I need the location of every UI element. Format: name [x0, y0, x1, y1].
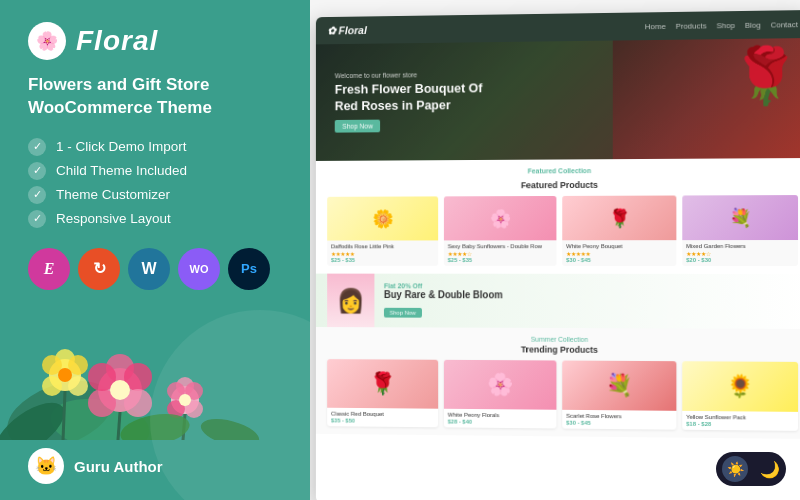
preview-logo: ✿ Floral: [327, 24, 367, 37]
hero-subtitle: Welcome to our flower store: [335, 70, 487, 79]
product-info-3: White Peony Bouquet ★★★★★ $30 - $45: [562, 240, 676, 266]
trending-card-4: 🌻 Yellow Sunflower Pack $18 - $28: [682, 361, 798, 431]
product-price-4: $20 - $30: [686, 257, 794, 263]
svg-point-16: [58, 368, 72, 382]
trending-sub-label: Summer Collection: [327, 335, 798, 344]
trending-title: Trending Products: [327, 344, 798, 356]
nav-products: Products: [676, 21, 707, 30]
features-list: ✓ 1 - Click Demo Import ✓ Child Theme In…: [28, 138, 282, 228]
moon-toggle: 🌙: [760, 460, 780, 479]
product-card-2: 🌸 Sexy Baby Sunflowers - Double Row ★★★★…: [444, 196, 557, 266]
banner-button[interactable]: Shop Now: [384, 308, 422, 318]
svg-line-25: [63, 391, 65, 440]
product-img-3: 🌹: [562, 196, 676, 241]
product-stars-3: ★★★★★: [566, 250, 672, 257]
svg-point-23: [179, 394, 191, 406]
update-icon: ↻: [78, 248, 120, 290]
check-icon-3: ✓: [28, 186, 46, 204]
trending-img-4: 🌻: [682, 361, 798, 412]
woocommerce-icon: WO: [178, 248, 220, 290]
trending-card-1: 🌹 Classic Red Bouquet $35 - $50: [327, 359, 438, 427]
svg-point-15: [42, 355, 62, 375]
hero-content: Welcome to our flower store Fresh Flower…: [316, 58, 506, 145]
trending-info-1: Classic Red Bouquet $35 - $50: [327, 408, 438, 428]
nav-contact: Contact: [771, 20, 798, 29]
preview-container: ✿ Floral Home Products Shop Blog Contact…: [316, 10, 800, 500]
trending-card-2: 🌸 White Peony Florals $28 - $40: [444, 360, 557, 429]
svg-point-5: [124, 363, 152, 391]
dark-mode-toggle[interactable]: ☀️ 🌙: [716, 452, 786, 486]
trending-products-grid: 🌹 Classic Red Bouquet $35 - $50 🌸 White …: [327, 359, 798, 431]
check-icon-2: ✓: [28, 162, 46, 180]
banner-text: Flat 20% Off Buy Rare & Double Bloom Sho…: [384, 283, 798, 321]
svg-point-11: [55, 349, 75, 369]
svg-point-1: [46, 392, 153, 440]
svg-point-10: [49, 359, 81, 391]
tech-icons-row: E ↻ W WO Ps: [28, 248, 282, 290]
product-price-3: $30 - $45: [566, 257, 672, 263]
trending-price-3: $30 - $45: [566, 420, 672, 427]
svg-point-17: [171, 386, 199, 414]
product-card-4: 💐 Mixed Garden Flowers ★★★★☆ $20 - $30: [682, 195, 798, 266]
nav-blog: Blog: [745, 20, 761, 29]
elementor-icon: E: [28, 248, 70, 290]
trending-section: Summer Collection Trending Products 🌹 Cl…: [316, 327, 800, 439]
trending-info-4: Yellow Sunflower Pack $18 - $28: [682, 411, 798, 431]
nav-shop: Shop: [716, 21, 734, 30]
wordpress-icon: W: [128, 248, 170, 290]
right-panel: ✿ Floral Home Products Shop Blog Contact…: [310, 0, 800, 500]
product-img-4: 💐: [682, 195, 798, 240]
logo-row: 🌸 Floral: [28, 22, 282, 60]
svg-point-22: [167, 382, 185, 400]
tagline: Flowers and Gift Store WooCommerce Theme: [28, 74, 282, 120]
svg-point-20: [185, 400, 203, 418]
svg-point-21: [167, 400, 185, 418]
product-info-4: Mixed Garden Flowers ★★★★☆ $20 - $30: [682, 240, 798, 266]
preview-hero: 🌹 Welcome to our flower store Fresh Flow…: [316, 38, 800, 161]
product-stars-4: ★★★★☆: [686, 250, 794, 257]
product-price-2: $25 - $35: [448, 257, 553, 263]
nav-home: Home: [645, 22, 666, 31]
hero-shop-button[interactable]: Shop Now: [335, 120, 381, 133]
trending-card-3: 💐 Scarlet Rose Flowers $30 - $45: [562, 361, 676, 430]
check-icon-4: ✓: [28, 210, 46, 228]
trending-img-1: 🌹: [327, 359, 438, 409]
svg-point-27: [118, 409, 192, 440]
banner-title: Buy Rare & Double Bloom: [384, 289, 798, 302]
svg-point-0: [0, 368, 122, 440]
svg-point-7: [88, 389, 116, 417]
product-stars-2: ★★★★☆: [448, 250, 553, 257]
guru-badge-icon: 🐱: [28, 448, 64, 484]
feature-item-3: ✓ Theme Customizer: [28, 186, 282, 204]
svg-line-24: [118, 412, 120, 440]
product-name-3: White Peony Bouquet: [566, 243, 672, 250]
sun-toggle: ☀️: [722, 456, 748, 482]
guru-label: Guru Author: [74, 458, 163, 475]
svg-point-19: [185, 382, 203, 400]
svg-point-28: [198, 414, 262, 440]
trending-info-3: Scarlet Rose Flowers $30 - $45: [562, 410, 676, 430]
svg-point-14: [42, 376, 62, 396]
trending-price-2: $28 - $40: [448, 419, 553, 426]
product-name-1: Daffodils Rose Little Pink: [331, 243, 434, 250]
feature-item-1: ✓ 1 - Click Demo Import: [28, 138, 282, 156]
photoshop-icon: Ps: [228, 248, 270, 290]
svg-line-26: [183, 414, 185, 440]
hero-title: Fresh Flower Bouquet Of Red Roses in Pap…: [335, 80, 487, 114]
trending-img-2: 🌸: [444, 360, 557, 410]
product-name-2: Sexy Baby Sunflowers - Double Row: [448, 243, 553, 250]
banner-image: 👩: [327, 274, 374, 328]
product-card-1: 🌼 Daffodils Rose Little Pink ★★★★★ $25 -…: [327, 196, 438, 266]
product-stars-1: ★★★★★: [331, 250, 434, 257]
feature-item-2: ✓ Child Theme Included: [28, 162, 282, 180]
check-icon-1: ✓: [28, 138, 46, 156]
svg-point-3: [98, 368, 142, 412]
preview-nav: Home Products Shop Blog Contact: [645, 20, 798, 31]
product-img-1: 🌼: [327, 196, 438, 240]
svg-point-9: [110, 380, 130, 400]
left-panel: 🌸 Floral Flowers and Gift Store WooComme…: [0, 0, 310, 500]
product-info-1: Daffodils Rose Little Pink ★★★★★ $25 - $…: [327, 240, 438, 266]
product-price-1: $25 - $35: [331, 257, 434, 263]
product-img-2: 🌸: [444, 196, 557, 240]
featured-title: Featured Products: [327, 179, 798, 191]
